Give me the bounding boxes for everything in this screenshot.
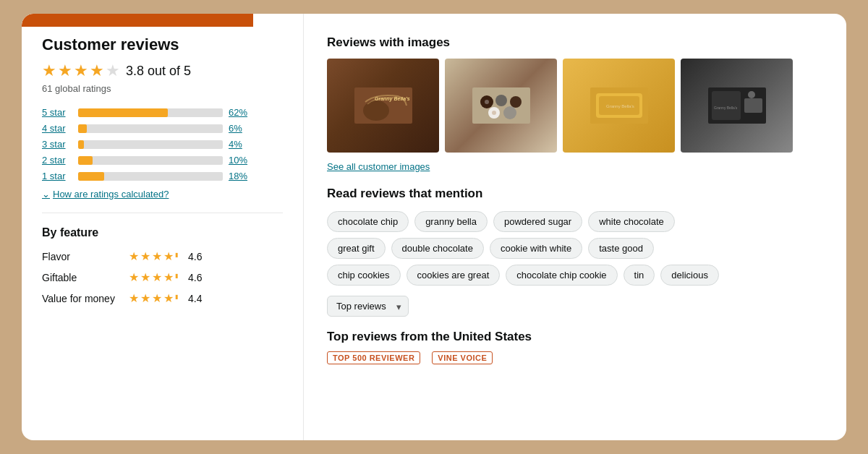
tag-taste-good[interactable]: taste good xyxy=(588,238,654,259)
tags-row-2: great gift double chocolate cookie with … xyxy=(327,238,826,259)
customer-reviews-title: Customer reviews xyxy=(42,35,283,54)
tag-great-gift[interactable]: great gift xyxy=(327,238,386,259)
tag-delicious[interactable]: delicious xyxy=(660,265,719,286)
svg-point-10 xyxy=(492,111,496,115)
bar-row-1star: 1 star 18% xyxy=(42,171,283,181)
bar-fill-2star xyxy=(78,156,93,165)
bar-pct-4star[interactable]: 6% xyxy=(229,123,242,134)
by-feature-title: By feature xyxy=(42,226,283,239)
vstar-5: ▮ xyxy=(175,291,178,305)
sort-select[interactable]: Top reviews Most recent xyxy=(327,296,409,317)
bar-fill-3star xyxy=(78,140,84,149)
ratings-calc-link[interactable]: ⌄ How are ratings calculated? xyxy=(42,189,283,200)
feature-score-giftable: 4.6 xyxy=(188,272,202,283)
bar-label-5star[interactable]: 5 star xyxy=(42,107,72,118)
star-4: ★ xyxy=(90,61,104,80)
bar-fill-1star xyxy=(78,172,104,181)
svg-point-6 xyxy=(510,96,522,108)
gstar-2: ★ xyxy=(140,270,150,284)
review-image-2[interactable] xyxy=(445,59,557,153)
vine-voice-badge: VINE VOICE xyxy=(432,351,493,364)
fstar-2: ★ xyxy=(140,249,150,263)
star-5: ★ xyxy=(106,61,120,80)
feature-score-value: 4.4 xyxy=(188,293,202,304)
review-image-3-inner: Granny Bella's xyxy=(563,59,675,153)
tags-row-3: chip cookies cookies are great chocolate… xyxy=(327,265,826,286)
bar-row-3star: 3 star 4% xyxy=(42,139,283,150)
bar-track-1star xyxy=(78,172,223,181)
feature-value: Value for money ★ ★ ★ ★ ▮ 4.4 xyxy=(42,291,283,305)
tag-granny-bella[interactable]: granny bella xyxy=(414,211,488,232)
mention-title: Read reviews that mention xyxy=(327,187,826,201)
review-image-4-inner: Granny Bella's xyxy=(681,59,793,153)
svg-text:Granny Bella's: Granny Bella's xyxy=(714,106,738,110)
fstar-5: ▮ xyxy=(175,249,178,263)
svg-rect-17 xyxy=(744,98,762,113)
tag-white-chocolate[interactable]: white chocolate xyxy=(588,211,675,232)
gstar-4: ★ xyxy=(163,270,174,284)
bar-pct-3star[interactable]: 4% xyxy=(229,139,242,150)
gstar-5: ▮ xyxy=(175,270,178,284)
sort-wrapper[interactable]: Top reviews Most recent xyxy=(327,296,409,317)
feature-giftable: Giftable ★ ★ ★ ★ ▮ 4.6 xyxy=(42,270,283,284)
fstar-3: ★ xyxy=(152,249,162,263)
tag-chip-cookies[interactable]: chip cookies xyxy=(327,265,401,286)
tag-cookie-with-white[interactable]: cookie with white xyxy=(490,238,582,259)
tag-powdered-sugar[interactable]: powdered sugar xyxy=(493,211,582,232)
reviewer-badges: TOP 500 REVIEWER VINE VOICE xyxy=(327,351,826,364)
feature-label-value: Value for money xyxy=(42,293,122,304)
review-image-1-inner: Granny Bella's xyxy=(327,59,439,153)
svg-point-1 xyxy=(363,100,389,121)
tag-tin[interactable]: tin xyxy=(624,265,655,286)
bar-row-5star: 5 star 62% xyxy=(42,107,283,118)
gstar-3: ★ xyxy=(152,270,162,284)
tag-cookies-are-great[interactable]: cookies are great xyxy=(407,265,501,286)
bar-label-3star[interactable]: 3 star xyxy=(42,139,72,150)
gstar-1: ★ xyxy=(129,270,139,284)
tags-row-1: chocolate chip granny bella powdered sug… xyxy=(327,211,826,232)
review-image-4[interactable]: Granny Bella's xyxy=(681,59,793,153)
rating-bars: 5 star 62% 4 star 6% 3 star 4% xyxy=(42,107,283,181)
svg-text:Granny Bella's: Granny Bella's xyxy=(606,104,634,108)
feature-label-flavor: Flavor xyxy=(42,251,122,262)
bar-row-2star: 2 star 10% xyxy=(42,155,283,166)
bar-label-2star[interactable]: 2 star xyxy=(42,155,72,166)
tag-double-chocolate[interactable]: double chocolate xyxy=(391,238,484,259)
orange-accent xyxy=(22,14,253,27)
right-panel: Reviews with images Granny Bella's xyxy=(304,14,846,440)
review-image-3[interactable]: Granny Bella's xyxy=(563,59,675,153)
bar-track-4star xyxy=(78,124,223,133)
vstar-3: ★ xyxy=(152,291,162,305)
overall-rating-row: ★ ★ ★ ★ ★ 3.8 out of 5 xyxy=(42,61,283,80)
bar-label-4star[interactable]: 4 star xyxy=(42,123,72,134)
feature-flavor: Flavor ★ ★ ★ ★ ▮ 4.6 xyxy=(42,249,283,263)
see-all-images-link[interactable]: See all customer images xyxy=(327,161,826,172)
review-image-2-inner xyxy=(445,59,557,153)
left-panel: Customer reviews ★ ★ ★ ★ ★ 3.8 out of 5 … xyxy=(22,14,304,440)
bar-pct-5star[interactable]: 62% xyxy=(229,107,247,118)
feature-score-flavor: 4.6 xyxy=(188,251,202,262)
bar-track-3star xyxy=(78,140,223,149)
fstar-1: ★ xyxy=(129,249,139,263)
bar-pct-2star[interactable]: 10% xyxy=(229,155,247,166)
svg-point-8 xyxy=(503,106,516,119)
fstar-4: ★ xyxy=(163,249,174,263)
bar-fill-4star xyxy=(78,124,87,133)
bar-track-5star xyxy=(78,108,223,117)
stars-display: ★ ★ ★ ★ ★ xyxy=(42,61,120,80)
svg-point-9 xyxy=(485,100,489,104)
bar-fill-5star xyxy=(78,108,168,117)
review-image-1[interactable]: Granny Bella's xyxy=(327,59,439,153)
top-reviews-title: Top reviews from the United States xyxy=(327,330,826,344)
feature-stars-value: ★ ★ ★ ★ ▮ xyxy=(129,291,178,305)
vstar-2: ★ xyxy=(140,291,150,305)
tag-chocolate-chip[interactable]: chocolate chip xyxy=(327,211,409,232)
bar-label-1star[interactable]: 1 star xyxy=(42,171,72,181)
sort-row: Top reviews Most recent xyxy=(327,296,826,317)
svg-point-5 xyxy=(495,95,507,106)
reviews-images-title: Reviews with images xyxy=(327,35,826,50)
bar-pct-1star[interactable]: 18% xyxy=(229,171,247,181)
tag-chocolate-chip-cookie[interactable]: chocolate chip cookie xyxy=(506,265,617,286)
global-ratings: 61 global ratings xyxy=(42,83,283,94)
star-1: ★ xyxy=(42,61,56,80)
